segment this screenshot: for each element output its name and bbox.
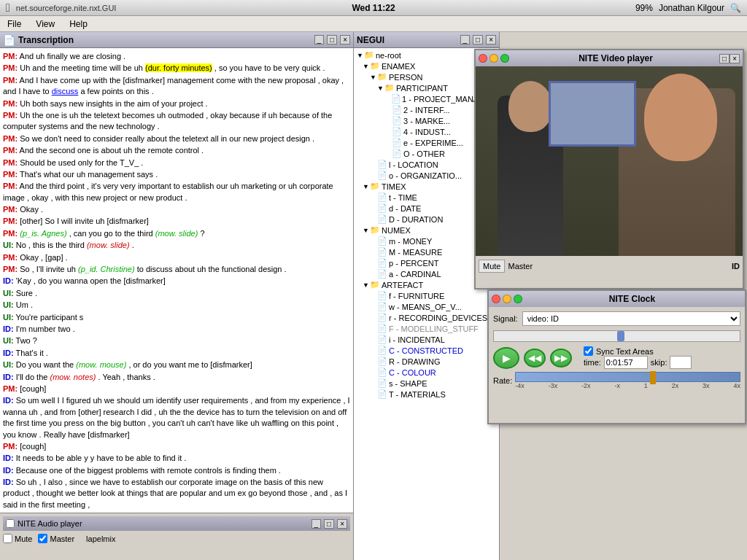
tree-label: 2 - INTERF... <box>403 106 450 114</box>
video-title: NITE Video player <box>512 53 719 63</box>
audio-minimize[interactable]: _ <box>311 519 322 529</box>
speaker-label: ID: <box>3 454 14 462</box>
video-win-buttons <box>479 54 509 63</box>
rate-label-1: 1 <box>644 382 648 389</box>
transcription-content[interactable]: PM: And uh finally we are closing . PM: … <box>0 48 353 513</box>
expand-icon: ▼ <box>377 85 384 92</box>
tree-label: C - COLOUR <box>389 368 436 377</box>
video-mute-button[interactable]: Mute <box>479 260 505 273</box>
speaker-label: ID: <box>3 276 14 285</box>
playback-buttons: ▶ ◀◀ ▶▶ <box>493 347 572 369</box>
audio-expand[interactable]: □ <box>324 519 334 529</box>
tree-drawing[interactable]: 📄 R - DRAWING <box>355 356 498 367</box>
negui-minimize[interactable]: _ <box>460 35 471 44</box>
audio-controls-row: Mute Master lapelmix <box>3 534 350 543</box>
sync-checkbox[interactable] <box>584 346 593 356</box>
list-item: UI: Um . <box>3 300 350 311</box>
negui-close[interactable]: × <box>486 35 496 44</box>
transcription-expand[interactable]: □ <box>327 35 337 44</box>
forward-button[interactable]: ▶▶ <box>550 349 572 368</box>
tree-colour[interactable]: 📄 C - COLOUR <box>355 367 498 378</box>
progress-indicator <box>617 331 624 341</box>
transcription-close[interactable]: × <box>340 35 350 44</box>
tree-label: PERSON <box>389 73 422 82</box>
transcription-minimize[interactable]: _ <box>314 35 325 44</box>
signal-select[interactable]: video: ID <box>522 311 740 326</box>
speaker-label: PM: <box>3 146 18 155</box>
menu-help[interactable]: Help <box>66 18 90 31</box>
spotlight-icon[interactable]: 🔍 <box>730 3 741 13</box>
clock-minimize-button[interactable] <box>503 295 511 303</box>
rate-scale[interactable] <box>515 372 740 382</box>
transcription-icon: 📄 <box>3 34 15 46</box>
speaker-label: PM: <box>3 229 18 238</box>
mute-label[interactable]: Mute <box>3 534 32 543</box>
expand-icon: ▼ <box>363 63 370 70</box>
sync-label[interactable]: Sync Text Areas <box>584 346 692 356</box>
rewind-button[interactable]: ◀◀ <box>524 349 546 368</box>
speaker-label: PM: <box>3 76 18 85</box>
list-item: PM: And the second one is about uh the r… <box>3 145 350 156</box>
audio-header: NITE Audio player _ □ × <box>3 516 350 531</box>
tree-label: 4 - INDUST... <box>403 128 451 136</box>
tree-label: 3 - MARKE... <box>403 117 450 125</box>
tree-incidental[interactable]: 📄 i - INCIDENTAL <box>355 334 498 345</box>
menu-file[interactable]: File <box>4 18 24 31</box>
video-close-button[interactable] <box>479 54 487 63</box>
video-minimize-button[interactable] <box>489 54 498 63</box>
list-item: PM: And I have come up with the [disfmar… <box>3 75 350 98</box>
annotation: (p_is. Agnes) <box>20 229 66 238</box>
tree-materials[interactable]: 📄 T - MATERIALS <box>355 389 498 400</box>
tree-modelling-stuff[interactable]: 📄 F - MODELLING_STUFF <box>355 323 498 334</box>
rate-marker[interactable] <box>650 371 656 384</box>
video-controls-bar: Mute Master ID <box>476 256 743 276</box>
time-input[interactable] <box>604 356 648 369</box>
speaker-label: PM: <box>3 170 18 179</box>
clock-panel: NITE Clock Signal: video: ID ▶ ◀◀ ▶▶ <box>487 289 746 424</box>
speaker-label: ID: <box>3 478 14 486</box>
file-icon: 📄 <box>377 378 389 388</box>
speaker-label: PM: <box>3 253 18 262</box>
annotation: (p_id. Christine) <box>78 265 135 273</box>
transcription-panel: 📄 Transcription _ □ × PM: And uh finally… <box>0 32 354 560</box>
tree-shape[interactable]: 📄 s - SHAPE <box>355 378 498 389</box>
tree-label: TIMEX <box>382 182 406 191</box>
master-checkbox[interactable] <box>38 534 47 543</box>
video-close-btn[interactable]: × <box>729 54 740 63</box>
tree-constructed[interactable]: 📄 C - CONSTRUCTED <box>355 345 498 356</box>
tree-furniture[interactable]: 📄 f - FURNITURE <box>355 290 498 301</box>
master-label[interactable]: Master <box>38 534 74 543</box>
video-player: NITE Video player □ × Mute Master ID <box>474 49 744 289</box>
clock-maximize-button[interactable] <box>514 295 522 303</box>
play-button[interactable]: ▶ <box>493 347 519 369</box>
list-item: UI: Two ? <box>3 335 350 346</box>
file-icon: 📄 <box>391 94 402 104</box>
speaker-label: PM: <box>3 52 18 61</box>
menu-view[interactable]: View <box>33 18 58 31</box>
negui-expand[interactable]: □ <box>473 35 483 44</box>
apple-icon[interactable]:  <box>6 1 10 15</box>
list-item: UI: Do you want the (mow. mouse) , or do… <box>3 359 350 370</box>
clock-close-button[interactable] <box>492 295 500 303</box>
speaker-label: PM: <box>3 134 18 143</box>
skip-input[interactable] <box>670 356 692 369</box>
audio-close[interactable]: × <box>337 519 347 529</box>
rate-label-4: 4x <box>733 382 740 389</box>
list-item: ID: So um well I I figured uh we should … <box>3 395 350 440</box>
video-maximize-button[interactable] <box>500 54 509 63</box>
tree-means-of-v[interactable]: 📄 w - MEANS_OF_V... <box>355 301 498 312</box>
list-item: PM: [cough] <box>3 441 350 452</box>
audio-player: NITE Audio player _ □ × Mute Master <box>0 513 353 560</box>
speaker-label: PM: <box>3 384 18 393</box>
mute-checkbox[interactable] <box>3 534 12 543</box>
video-expand-btn[interactable]: □ <box>719 54 729 63</box>
list-item: PM: (p_is. Agnes) , can you go to the th… <box>3 228 350 239</box>
tree-recording-devices[interactable]: 📄 r - RECORDING_DEVICES <box>355 312 498 323</box>
audio-checkbox[interactable] <box>6 519 15 528</box>
progress-bar[interactable] <box>493 330 740 342</box>
tree-label: ne-root <box>376 51 401 60</box>
list-item: PM: Uh both says new insights in the aim… <box>3 98 350 109</box>
time-row: time: skip: <box>584 356 692 369</box>
rate-label-neg3: -3x <box>549 382 558 389</box>
list-item: PM: Uh and the meeting time will be uh (… <box>3 63 350 74</box>
